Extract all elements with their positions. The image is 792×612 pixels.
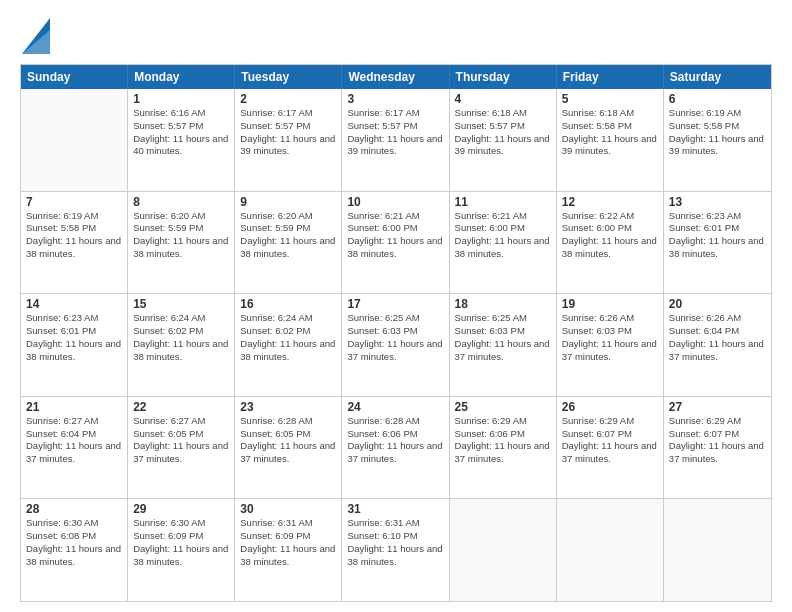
- calendar-cell: 18Sunrise: 6:25 AM Sunset: 6:03 PM Dayli…: [450, 294, 557, 396]
- calendar-cell: 24Sunrise: 6:28 AM Sunset: 6:06 PM Dayli…: [342, 397, 449, 499]
- calendar-cell: 13Sunrise: 6:23 AM Sunset: 6:01 PM Dayli…: [664, 192, 771, 294]
- calendar-cell: 20Sunrise: 6:26 AM Sunset: 6:04 PM Dayli…: [664, 294, 771, 396]
- day-number: 23: [240, 400, 336, 414]
- day-number: 29: [133, 502, 229, 516]
- day-info: Sunrise: 6:28 AM Sunset: 6:05 PM Dayligh…: [240, 415, 336, 466]
- day-info: Sunrise: 6:25 AM Sunset: 6:03 PM Dayligh…: [347, 312, 443, 363]
- day-info: Sunrise: 6:31 AM Sunset: 6:10 PM Dayligh…: [347, 517, 443, 568]
- calendar-cell: 2Sunrise: 6:17 AM Sunset: 5:57 PM Daylig…: [235, 89, 342, 191]
- weekday-header: Saturday: [664, 65, 771, 89]
- day-info: Sunrise: 6:17 AM Sunset: 5:57 PM Dayligh…: [347, 107, 443, 158]
- day-info: Sunrise: 6:23 AM Sunset: 6:01 PM Dayligh…: [26, 312, 122, 363]
- day-number: 4: [455, 92, 551, 106]
- day-info: Sunrise: 6:31 AM Sunset: 6:09 PM Dayligh…: [240, 517, 336, 568]
- calendar-cell: 29Sunrise: 6:30 AM Sunset: 6:09 PM Dayli…: [128, 499, 235, 601]
- header: [20, 18, 772, 54]
- page: SundayMondayTuesdayWednesdayThursdayFrid…: [0, 0, 792, 612]
- weekday-header: Monday: [128, 65, 235, 89]
- day-info: Sunrise: 6:22 AM Sunset: 6:00 PM Dayligh…: [562, 210, 658, 261]
- day-info: Sunrise: 6:21 AM Sunset: 6:00 PM Dayligh…: [347, 210, 443, 261]
- day-info: Sunrise: 6:24 AM Sunset: 6:02 PM Dayligh…: [240, 312, 336, 363]
- calendar-cell: 26Sunrise: 6:29 AM Sunset: 6:07 PM Dayli…: [557, 397, 664, 499]
- day-number: 1: [133, 92, 229, 106]
- calendar: SundayMondayTuesdayWednesdayThursdayFrid…: [20, 64, 772, 602]
- day-number: 10: [347, 195, 443, 209]
- day-info: Sunrise: 6:29 AM Sunset: 6:06 PM Dayligh…: [455, 415, 551, 466]
- day-number: 11: [455, 195, 551, 209]
- calendar-cell: [664, 499, 771, 601]
- day-number: 21: [26, 400, 122, 414]
- day-info: Sunrise: 6:18 AM Sunset: 5:58 PM Dayligh…: [562, 107, 658, 158]
- day-info: Sunrise: 6:17 AM Sunset: 5:57 PM Dayligh…: [240, 107, 336, 158]
- weekday-header: Tuesday: [235, 65, 342, 89]
- day-number: 26: [562, 400, 658, 414]
- day-info: Sunrise: 6:26 AM Sunset: 6:03 PM Dayligh…: [562, 312, 658, 363]
- day-info: Sunrise: 6:24 AM Sunset: 6:02 PM Dayligh…: [133, 312, 229, 363]
- day-number: 3: [347, 92, 443, 106]
- calendar-cell: 10Sunrise: 6:21 AM Sunset: 6:00 PM Dayli…: [342, 192, 449, 294]
- day-info: Sunrise: 6:25 AM Sunset: 6:03 PM Dayligh…: [455, 312, 551, 363]
- calendar-cell: [557, 499, 664, 601]
- day-info: Sunrise: 6:18 AM Sunset: 5:57 PM Dayligh…: [455, 107, 551, 158]
- calendar-header: SundayMondayTuesdayWednesdayThursdayFrid…: [21, 65, 771, 89]
- day-number: 28: [26, 502, 122, 516]
- day-number: 2: [240, 92, 336, 106]
- day-number: 18: [455, 297, 551, 311]
- day-number: 5: [562, 92, 658, 106]
- day-info: Sunrise: 6:20 AM Sunset: 5:59 PM Dayligh…: [133, 210, 229, 261]
- day-number: 12: [562, 195, 658, 209]
- day-info: Sunrise: 6:27 AM Sunset: 6:05 PM Dayligh…: [133, 415, 229, 466]
- calendar-body: 1Sunrise: 6:16 AM Sunset: 5:57 PM Daylig…: [21, 89, 771, 601]
- day-number: 14: [26, 297, 122, 311]
- calendar-cell: 4Sunrise: 6:18 AM Sunset: 5:57 PM Daylig…: [450, 89, 557, 191]
- day-number: 25: [455, 400, 551, 414]
- calendar-cell: 9Sunrise: 6:20 AM Sunset: 5:59 PM Daylig…: [235, 192, 342, 294]
- weekday-header: Thursday: [450, 65, 557, 89]
- calendar-cell: 28Sunrise: 6:30 AM Sunset: 6:08 PM Dayli…: [21, 499, 128, 601]
- day-number: 27: [669, 400, 766, 414]
- calendar-cell: 30Sunrise: 6:31 AM Sunset: 6:09 PM Dayli…: [235, 499, 342, 601]
- day-number: 22: [133, 400, 229, 414]
- day-info: Sunrise: 6:23 AM Sunset: 6:01 PM Dayligh…: [669, 210, 766, 261]
- day-info: Sunrise: 6:28 AM Sunset: 6:06 PM Dayligh…: [347, 415, 443, 466]
- day-number: 7: [26, 195, 122, 209]
- weekday-header: Sunday: [21, 65, 128, 89]
- day-info: Sunrise: 6:20 AM Sunset: 5:59 PM Dayligh…: [240, 210, 336, 261]
- day-info: Sunrise: 6:27 AM Sunset: 6:04 PM Dayligh…: [26, 415, 122, 466]
- calendar-cell: 7Sunrise: 6:19 AM Sunset: 5:58 PM Daylig…: [21, 192, 128, 294]
- calendar-cell: 8Sunrise: 6:20 AM Sunset: 5:59 PM Daylig…: [128, 192, 235, 294]
- day-info: Sunrise: 6:21 AM Sunset: 6:00 PM Dayligh…: [455, 210, 551, 261]
- calendar-cell: 15Sunrise: 6:24 AM Sunset: 6:02 PM Dayli…: [128, 294, 235, 396]
- calendar-row: 14Sunrise: 6:23 AM Sunset: 6:01 PM Dayli…: [21, 293, 771, 396]
- calendar-cell: 6Sunrise: 6:19 AM Sunset: 5:58 PM Daylig…: [664, 89, 771, 191]
- calendar-row: 1Sunrise: 6:16 AM Sunset: 5:57 PM Daylig…: [21, 89, 771, 191]
- day-number: 16: [240, 297, 336, 311]
- calendar-cell: 3Sunrise: 6:17 AM Sunset: 5:57 PM Daylig…: [342, 89, 449, 191]
- calendar-cell: 14Sunrise: 6:23 AM Sunset: 6:01 PM Dayli…: [21, 294, 128, 396]
- day-info: Sunrise: 6:26 AM Sunset: 6:04 PM Dayligh…: [669, 312, 766, 363]
- calendar-cell: 12Sunrise: 6:22 AM Sunset: 6:00 PM Dayli…: [557, 192, 664, 294]
- calendar-cell: 21Sunrise: 6:27 AM Sunset: 6:04 PM Dayli…: [21, 397, 128, 499]
- calendar-cell: 25Sunrise: 6:29 AM Sunset: 6:06 PM Dayli…: [450, 397, 557, 499]
- weekday-header: Friday: [557, 65, 664, 89]
- calendar-cell: 11Sunrise: 6:21 AM Sunset: 6:00 PM Dayli…: [450, 192, 557, 294]
- day-number: 9: [240, 195, 336, 209]
- day-info: Sunrise: 6:29 AM Sunset: 6:07 PM Dayligh…: [669, 415, 766, 466]
- day-info: Sunrise: 6:19 AM Sunset: 5:58 PM Dayligh…: [669, 107, 766, 158]
- calendar-cell: 31Sunrise: 6:31 AM Sunset: 6:10 PM Dayli…: [342, 499, 449, 601]
- logo-icon: [22, 18, 50, 54]
- calendar-row: 7Sunrise: 6:19 AM Sunset: 5:58 PM Daylig…: [21, 191, 771, 294]
- calendar-cell: 5Sunrise: 6:18 AM Sunset: 5:58 PM Daylig…: [557, 89, 664, 191]
- calendar-cell: 22Sunrise: 6:27 AM Sunset: 6:05 PM Dayli…: [128, 397, 235, 499]
- calendar-cell: 17Sunrise: 6:25 AM Sunset: 6:03 PM Dayli…: [342, 294, 449, 396]
- weekday-header: Wednesday: [342, 65, 449, 89]
- calendar-cell: 16Sunrise: 6:24 AM Sunset: 6:02 PM Dayli…: [235, 294, 342, 396]
- day-number: 24: [347, 400, 443, 414]
- day-info: Sunrise: 6:29 AM Sunset: 6:07 PM Dayligh…: [562, 415, 658, 466]
- calendar-cell: 27Sunrise: 6:29 AM Sunset: 6:07 PM Dayli…: [664, 397, 771, 499]
- day-number: 17: [347, 297, 443, 311]
- day-number: 30: [240, 502, 336, 516]
- calendar-cell: 1Sunrise: 6:16 AM Sunset: 5:57 PM Daylig…: [128, 89, 235, 191]
- calendar-row: 21Sunrise: 6:27 AM Sunset: 6:04 PM Dayli…: [21, 396, 771, 499]
- calendar-row: 28Sunrise: 6:30 AM Sunset: 6:08 PM Dayli…: [21, 498, 771, 601]
